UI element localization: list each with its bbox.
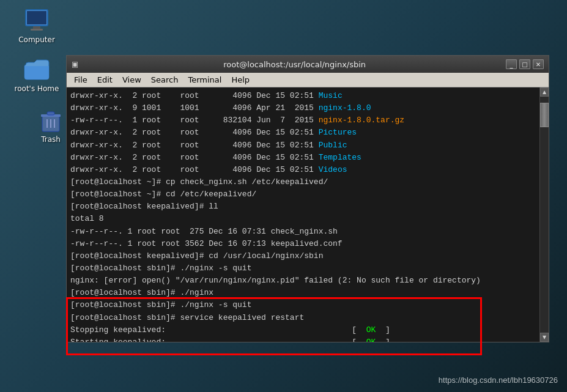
close-button[interactable]: ✕: [533, 59, 544, 69]
folder-svg: [22, 55, 51, 84]
menu-edit[interactable]: Edit: [92, 74, 117, 86]
svg-rect-3: [31, 29, 43, 31]
scrollbar-down-button[interactable]: ▼: [540, 333, 549, 342]
trash-label: Trash: [41, 135, 61, 144]
menu-file[interactable]: File: [69, 74, 92, 86]
scrollbar[interactable]: ▲ ▼: [539, 87, 549, 342]
terminal-output: drwxr-xr-x. 2 root root 4096 Dec 15 02:5…: [70, 90, 536, 342]
scrollbar-track[interactable]: [540, 97, 549, 333]
monitor-svg: [22, 6, 51, 35]
terminal-title-icon: ▣: [72, 60, 78, 68]
window-controls: _ □ ✕: [506, 59, 544, 69]
menu-bar: File Edit View Search Terminal Help: [67, 73, 549, 87]
title-bar: ▣ root@localhost:/usr/local/nginx/sbin _…: [67, 56, 549, 73]
svg-rect-6: [47, 112, 54, 115]
watermark: https://blog.csdn.net/lbh19630726: [439, 375, 558, 385]
terminal-content: drwxr-xr-x. 2 root root 4096 Dec 15 02:5…: [67, 87, 549, 342]
scrollbar-thumb[interactable]: [540, 103, 549, 127]
terminal-text-area[interactable]: drwxr-xr-x. 2 root root 4096 Dec 15 02:5…: [67, 87, 539, 342]
terminal-window: ▣ root@localhost:/usr/local/nginx/sbin _…: [66, 55, 549, 342]
menu-terminal[interactable]: Terminal: [183, 74, 226, 86]
maximize-button[interactable]: □: [519, 59, 530, 69]
trash-svg: [36, 106, 65, 135]
computer-icon[interactable]: Computer: [12, 6, 61, 44]
svg-rect-2: [33, 26, 40, 29]
menu-view[interactable]: View: [117, 74, 146, 86]
menu-search[interactable]: Search: [146, 74, 183, 86]
terminal-title: root@localhost:/usr/local/nginx/sbin: [83, 60, 506, 69]
menu-help[interactable]: Help: [226, 74, 254, 86]
roots-home-label: root's Home: [15, 84, 59, 93]
svg-rect-1: [27, 11, 46, 24]
scrollbar-up-button[interactable]: ▲: [540, 87, 549, 97]
roots-home-icon[interactable]: root's Home: [12, 55, 61, 93]
minimize-button[interactable]: _: [506, 59, 517, 69]
computer-label: Computer: [18, 35, 55, 44]
